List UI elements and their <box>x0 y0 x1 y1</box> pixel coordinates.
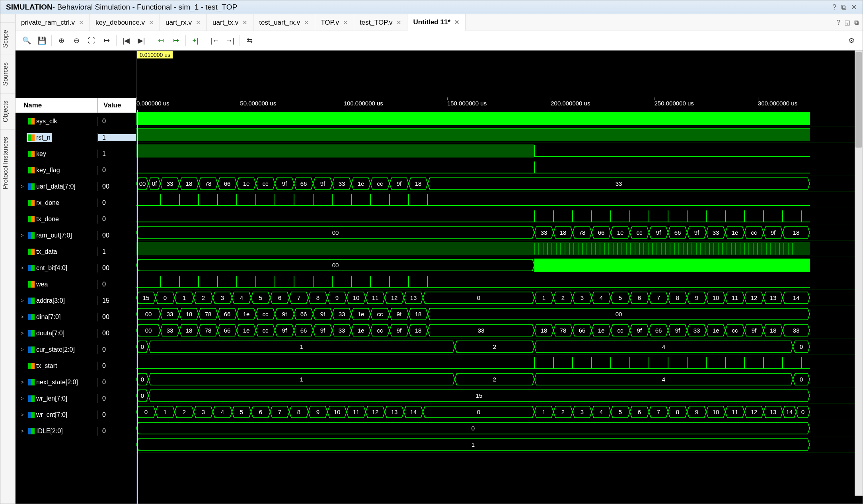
save-icon[interactable]: 💾 <box>35 33 49 48</box>
tab-private_ram_ctrl-v[interactable]: private_ram_ctrl.v✕ <box>16 14 90 31</box>
close-tab-icon[interactable]: ✕ <box>304 19 309 26</box>
side-tab-sources[interactable]: Sources <box>0 55 15 93</box>
wave-row-wea[interactable] <box>136 273 863 290</box>
expand-icon[interactable]: > <box>19 396 25 401</box>
signal-row-cnt_bit-4-0-[interactable]: >cnt_bit[4:0]00 <box>16 260 136 276</box>
tab-key_debounce-v[interactable]: key_debounce.v✕ <box>90 14 160 31</box>
wave-row-dina-7-0-[interactable]: 00331878661ecc9f669f331ecc9f1800 <box>136 306 863 322</box>
signal-row-douta-7-0-[interactable]: >douta[7:0]00 <box>16 325 136 341</box>
signal-row-wr_cnt-7-0-[interactable]: >wr_cnt[7:0]0 <box>16 407 136 423</box>
wave-row-uart_data-7-0-[interactable]: 000f331878661ecc9f669f331ecc9f1833 <box>136 175 863 192</box>
expand-icon[interactable]: > <box>19 428 25 434</box>
expand-icon[interactable]: > <box>19 233 25 238</box>
signal-row-uart_data-7-0-[interactable]: >uart_data[7:0]00 <box>16 178 136 195</box>
last-icon[interactable]: ▶| <box>134 33 148 48</box>
cursor-line[interactable] <box>137 110 138 504</box>
wave-row-wr_len-7-0-[interactable]: 015 <box>136 387 863 404</box>
wave-row-rst_n[interactable] <box>136 126 863 143</box>
expand-icon[interactable]: > <box>19 298 25 304</box>
zoom-out-icon[interactable]: ⊖ <box>69 33 84 48</box>
first-icon[interactable]: |◀ <box>119 33 133 48</box>
scrollbar-vertical[interactable] <box>855 51 863 496</box>
expand-icon[interactable]: > <box>19 347 25 352</box>
close-tab-icon[interactable]: ✕ <box>454 19 460 26</box>
signal-row-wea[interactable]: wea0 <box>16 276 136 292</box>
wave-row-wr_cnt-7-0-[interactable]: 0123456789101112131401234567891011121314… <box>136 404 863 420</box>
wave-row-cur_state-2-0-[interactable]: 01240 <box>136 339 863 355</box>
help-icon[interactable]: ? <box>832 3 836 12</box>
next-marker-icon[interactable]: →| <box>223 33 237 48</box>
tab-test_TOP-v[interactable]: test_TOP.v✕ <box>354 14 408 31</box>
signal-row-tx_data[interactable]: tx_data1 <box>16 243 136 260</box>
next-edge-icon[interactable]: ↦ <box>169 33 183 48</box>
signal-row-key[interactable]: key1 <box>16 146 136 162</box>
signal-row-cur_state-2-0-[interactable]: >cur_state[2:0]0 <box>16 341 136 358</box>
close-window-icon[interactable]: ✕ <box>851 3 857 12</box>
wave-row-tx_done[interactable] <box>136 208 863 224</box>
wave-row-cnt_bit-4-0-[interactable]: 00 <box>136 257 863 273</box>
expand-icon[interactable]: > <box>19 412 25 418</box>
wave-row-rx_done[interactable] <box>136 192 863 208</box>
tab-test_uart_rx-v[interactable]: test_uart_rx.v✕ <box>253 14 315 31</box>
signal-row-sys_clk[interactable]: sys_clk0 <box>16 113 136 129</box>
search-icon[interactable]: 🔍 <box>19 33 34 48</box>
wave-row-douta-7-0-[interactable]: 00331878661ecc9f669f331ecc9f18331878661e… <box>136 322 863 339</box>
signal-row-tx_start[interactable]: tx_start0 <box>16 358 136 374</box>
wave-area[interactable]: 0.010000 us 0.000000 us50.000000 us100.0… <box>136 51 863 504</box>
zoom-fit-icon[interactable]: ⛶ <box>84 33 99 48</box>
col-name[interactable]: Name <box>16 98 98 113</box>
close-tab-icon[interactable]: ✕ <box>79 19 84 26</box>
side-tab-objects[interactable]: Objects <box>0 93 15 129</box>
tab-uart_tx-v[interactable]: uart_tx.v✕ <box>207 14 253 31</box>
goto-cursor-icon[interactable]: ↦ <box>99 33 114 48</box>
tab-uart_rx-v[interactable]: uart_rx.v✕ <box>160 14 207 31</box>
signal-row-wr_len-7-0-[interactable]: >wr_len[7:0]0 <box>16 390 136 407</box>
tab-TOP-v[interactable]: TOP.v✕ <box>315 14 354 31</box>
restore-icon[interactable]: ⧉ <box>841 3 846 12</box>
maximize-icon[interactable]: ◱ <box>844 19 850 26</box>
wave-row-next_state-2-0-[interactable]: 01240 <box>136 371 863 387</box>
signal-row-rx_done[interactable]: rx_done0 <box>16 195 136 211</box>
signal-row-next_state-2-0-[interactable]: >next_state[2:0]0 <box>16 374 136 390</box>
restore-icon[interactable]: ⧉ <box>854 19 859 26</box>
close-tab-icon[interactable]: ✕ <box>149 19 154 26</box>
wave-row-tx_data[interactable] <box>136 241 863 257</box>
signal-list[interactable]: sys_clk0rst_n1key1key_flag0>uart_data[7:… <box>16 113 136 504</box>
prev-marker-icon[interactable]: |← <box>208 33 222 48</box>
wave-row-ram_out-7-0-[interactable]: 00331878661ecc9f669f331ecc9f18 <box>136 224 863 241</box>
wave-row-addra-3-0-[interactable]: 1501234567891011121301234567891011121314 <box>136 290 863 306</box>
signal-row-rst_n[interactable]: rst_n1 <box>16 129 136 146</box>
signal-row-key_flag[interactable]: key_flag0 <box>16 162 136 178</box>
swap-icon[interactable]: ⇆ <box>242 33 257 48</box>
waveforms[interactable]: 000f331878661ecc9f669f331ecc9f1833003318… <box>136 110 863 504</box>
signal-row-dina-7-0-[interactable]: >dina[7:0]00 <box>16 309 136 325</box>
wave-row-tx_start[interactable] <box>136 355 863 371</box>
wave-row-key[interactable] <box>136 143 863 159</box>
add-marker-icon[interactable]: +| <box>188 33 203 48</box>
expand-icon[interactable]: > <box>19 379 25 385</box>
wave-row-IDLE-2-0-[interactable]: 0 <box>136 420 863 436</box>
close-tab-icon[interactable]: ✕ <box>242 19 247 26</box>
side-tab-protocol-instances[interactable]: Protocol Instances <box>0 129 15 197</box>
prev-edge-icon[interactable]: ↤ <box>154 33 168 48</box>
signal-row-ram_out-7-0-[interactable]: >ram_out[7:0]00 <box>16 227 136 243</box>
expand-icon[interactable]: > <box>19 265 25 271</box>
signal-row-IDLE-2-0-[interactable]: >IDLE[2:0]0 <box>16 423 136 439</box>
wave-row-sys_clk[interactable] <box>136 110 863 126</box>
signal-row-tx_done[interactable]: tx_done0 <box>16 211 136 227</box>
signal-row-addra-3-0-[interactable]: >addra[3:0]15 <box>16 292 136 309</box>
side-tab-scope[interactable]: Scope <box>0 22 15 55</box>
help-icon[interactable]: ? <box>837 19 840 26</box>
close-tab-icon[interactable]: ✕ <box>343 19 348 26</box>
tab-Untitled-11-[interactable]: Untitled 11*✕ <box>407 14 466 31</box>
zoom-in-icon[interactable]: ⊕ <box>54 33 68 48</box>
wave-row-key_flag[interactable] <box>136 159 863 175</box>
close-tab-icon[interactable]: ✕ <box>196 19 201 26</box>
expand-icon[interactable]: > <box>19 184 25 189</box>
time-ruler[interactable]: 0.000000 us50.000000 us100.000000 us150.… <box>136 97 863 110</box>
expand-icon[interactable]: > <box>19 314 25 320</box>
close-tab-icon[interactable]: ✕ <box>396 19 401 26</box>
expand-icon[interactable]: > <box>19 331 25 336</box>
col-value[interactable]: Value <box>98 98 136 113</box>
gear-icon[interactable]: ⚙ <box>844 33 859 48</box>
